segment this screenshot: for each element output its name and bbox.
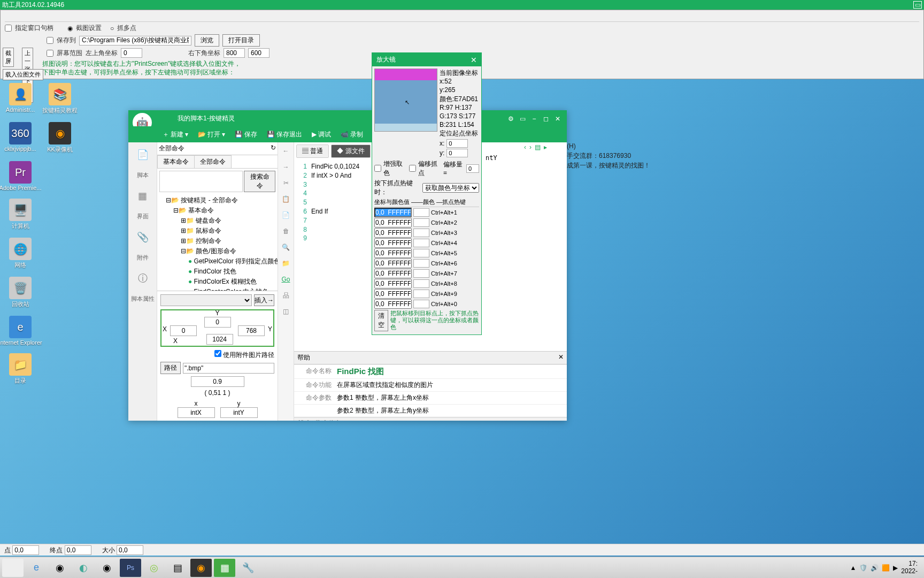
taskbar-chrome-icon[interactable]: ◉ (49, 559, 71, 577)
desktop-icon[interactable]: PrAdobe Premie... (4, 161, 36, 191)
y0-input[interactable] (204, 317, 231, 328)
cmd-search-button[interactable]: 搜索命令 (244, 171, 275, 192)
bmp-input[interactable] (183, 363, 274, 374)
taskbar-ie-icon[interactable]: e (26, 559, 47, 577)
taskbar-icon[interactable]: 🔧 (237, 559, 259, 577)
hotkey-row[interactable]: Ctrl+Alt+0 (374, 299, 479, 309)
vtool-icon[interactable]: ◫ (281, 306, 291, 317)
use-attach-checkbox[interactable] (214, 350, 221, 357)
path-button[interactable]: 路径 (160, 362, 181, 374)
hotkey-row[interactable]: Ctrl+Alt+4 (374, 238, 479, 248)
desktop-icon[interactable]: 🌐网络 (4, 238, 36, 269)
inty-input[interactable] (220, 407, 258, 418)
vtool-icon[interactable]: ✂ (281, 178, 291, 188)
x0-input[interactable] (170, 325, 197, 336)
open-dir-button[interactable]: 打开目录 (222, 34, 260, 47)
sim-input[interactable] (191, 376, 244, 387)
cmd-search-input[interactable] (159, 171, 243, 192)
minimize-icon[interactable]: − (530, 115, 538, 123)
save-button[interactable]: 💾保存 (230, 128, 261, 141)
save-path-input[interactable] (79, 36, 191, 45)
vtool-icon[interactable]: 📄 (281, 210, 291, 220)
vtool-icon[interactable]: Go (281, 274, 291, 285)
handle-checkbox[interactable] (5, 25, 12, 32)
origin-y-input[interactable] (446, 149, 468, 157)
hotkey-row[interactable]: Ctrl+Alt+6 (374, 258, 479, 268)
intx-input[interactable] (178, 407, 215, 418)
hotkey-row[interactable]: Ctrl+Alt+9 (374, 289, 479, 299)
hotkey-mode-select[interactable]: 获取颜色与坐标 (422, 183, 479, 193)
insert-button[interactable]: 插入→ (254, 294, 274, 306)
vtool-icon[interactable]: 📋 (281, 194, 291, 204)
desktop-icon[interactable]: 🗑️回收站 (4, 277, 36, 308)
browse-button[interactable]: 浏览 (195, 34, 219, 47)
desktop-icon[interactable]: 📁目录 (4, 353, 36, 385)
debug-button[interactable]: ▶调试 (307, 128, 335, 141)
hotkey-row[interactable]: Ctrl+Alt+7 (374, 269, 479, 278)
opt-multipoint[interactable]: 抓多点 (117, 24, 136, 33)
desktop-icon[interactable]: 📚按键精灵教程 (44, 83, 76, 115)
sidebar-ui[interactable]: ▦ (135, 188, 151, 204)
start-button[interactable] (2, 559, 24, 577)
new-button[interactable]: ＋新建 ▾ (158, 128, 192, 141)
desktop-icon[interactable]: eInternet Explorer (4, 316, 36, 346)
taskbar-icon[interactable]: ◉ (190, 559, 212, 577)
maximize-icon[interactable]: ◻ (542, 115, 550, 123)
vtool-icon[interactable]: → (281, 162, 291, 172)
system-tray[interactable]: ▲🛡️🔊🟧▶ 17: 2022- (850, 560, 922, 574)
taskbar-icon[interactable]: ◉ (96, 559, 118, 577)
hotkey-row[interactable]: Ctrl+Alt+3 (374, 228, 479, 238)
restore-icon[interactable]: ▭ (518, 115, 527, 123)
pt-input[interactable] (12, 545, 39, 555)
rb-y-input[interactable] (248, 48, 270, 58)
tab-basic-cmd[interactable]: 基本命令 (157, 155, 195, 168)
magnifier-titlebar[interactable]: 放大镜 ✕ (372, 53, 481, 66)
close-icon[interactable]: ✕ (553, 115, 562, 123)
hotkey-row[interactable]: Ctrl+Alt+5 (374, 248, 479, 258)
sidebar-props[interactable]: ⓘ (135, 270, 151, 286)
nav-icon[interactable]: ▸ (544, 143, 547, 151)
desktop-icon[interactable]: 360cklxjvippjb... (4, 122, 36, 154)
range-checkbox[interactable] (47, 50, 53, 57)
record-button[interactable]: 📹录制 (336, 128, 367, 141)
enhance-checkbox[interactable] (374, 165, 381, 172)
desktop-icon[interactable]: ◉KK录像机 (44, 122, 76, 154)
size-input[interactable] (117, 545, 143, 555)
nav-back-icon[interactable]: ‹ (524, 143, 526, 151)
taskbar-icon[interactable]: ▦ (214, 559, 235, 577)
help-tab[interactable]: 帮助 (297, 420, 310, 421)
taskbar-icon[interactable]: ◎ (143, 559, 165, 577)
end-input[interactable] (65, 545, 91, 555)
gear-icon[interactable]: ⚙ (506, 115, 515, 123)
nav-fwd-icon[interactable]: › (529, 143, 532, 151)
origin-x-input[interactable] (446, 139, 468, 148)
magnifier-window[interactable]: 放大镜 ✕ ↖ 当前图像坐标 x:52 y:265 颜色:E7AD61 R:97… (372, 52, 482, 335)
vtool-icon[interactable]: ← (281, 146, 291, 156)
vtool-icon[interactable]: 品 (281, 290, 291, 301)
taskbar-ps-icon[interactable]: Ps (120, 559, 141, 577)
lt-input[interactable] (121, 48, 142, 58)
hotkey-row[interactable]: Ctrl+Alt+2 (374, 218, 479, 227)
command-tree[interactable]: ⊟📂 按键精灵 - 全部命令 ⊟📂 基本命令 ⊞📁 键盘命令 ⊞📁 鼠标命令 ⊞… (157, 194, 278, 291)
offset-input[interactable] (466, 164, 479, 173)
screenshot-button[interactable]: 截屏 (3, 48, 14, 67)
taskbar-icon[interactable]: ▤ (167, 559, 188, 577)
nav-icon[interactable]: ▤ (535, 143, 541, 151)
rb-x-input[interactable] (224, 48, 245, 58)
vtool-icon[interactable]: 📁 (281, 258, 291, 269)
param-select[interactable] (160, 294, 252, 306)
taskbar-icon[interactable]: ◐ (73, 559, 94, 577)
desktop-icon[interactable]: 🖥️计算机 (4, 199, 36, 230)
clear-button[interactable]: 清空 (374, 310, 388, 331)
sidebar-script[interactable]: 📄 (135, 147, 151, 163)
close-icon[interactable]: ✕ (558, 353, 564, 362)
vtool-icon[interactable]: 🔍 (281, 242, 291, 253)
tab-all-cmd[interactable]: 全部命令 (194, 155, 232, 168)
desktop-icon[interactable]: 👤Administr... (4, 83, 36, 115)
save-checkbox[interactable] (47, 37, 53, 44)
sidebar-attachment[interactable]: 📎 (135, 229, 151, 245)
save-exit-button[interactable]: 💾保存退出 (263, 128, 306, 141)
vtool-icon[interactable]: 🗑 (281, 226, 291, 237)
x1-input[interactable] (206, 334, 233, 345)
tab-normal[interactable]: ▤ 普通 (296, 144, 329, 158)
